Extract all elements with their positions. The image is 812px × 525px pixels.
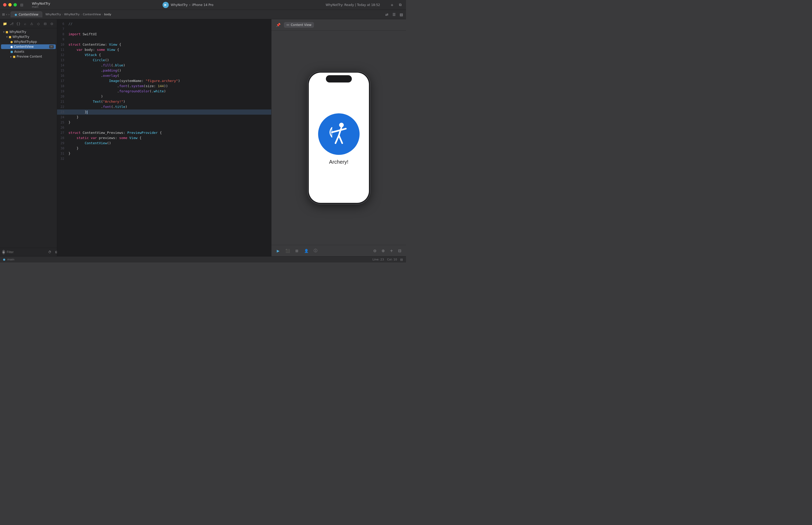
line-num-30: 30	[57, 146, 68, 151]
code-line-31: 31 }	[57, 151, 271, 156]
git-icon[interactable]: ⎇	[9, 21, 15, 27]
status-bar: main Line: 23 Col: 10 ▤	[0, 256, 406, 262]
code-line-22: 22 .font(.title)	[57, 104, 271, 109]
issues-icon[interactable]: ⚠	[29, 21, 35, 27]
svg-line-1	[339, 127, 341, 135]
line-code-10: struct ContentView: View {	[68, 42, 271, 47]
split-icon[interactable]: ⇄	[384, 12, 389, 17]
line-code-22: .font(.title)	[68, 104, 271, 109]
minimize-button[interactable]	[8, 3, 12, 6]
breakpoint-icon[interactable]: ⊙	[49, 21, 55, 27]
line-num-22: 22	[57, 104, 68, 109]
maximize-button[interactable]	[14, 3, 17, 6]
preview-panel: 📌 ▭ Content View	[271, 19, 406, 256]
line-code-8: import SwiftUI	[68, 32, 271, 37]
breadcrumb-1[interactable]: WhyNotTry	[45, 13, 61, 16]
line-num-24: 24	[57, 115, 68, 120]
tree-item-group[interactable]: ▾ ■ WhyNotTry	[1, 34, 56, 39]
tree-item-root[interactable]: ▾ ■ WhyNotTry	[1, 30, 56, 34]
symbol-icon[interactable]: {}	[16, 21, 21, 27]
search-icon[interactable]: ⌕	[22, 21, 28, 27]
preview-folder-icon: ■	[13, 55, 16, 58]
expand-icon-group: ▾	[6, 35, 8, 39]
line-code-21: Text("Archery!")	[68, 99, 271, 104]
tab-label: ContentView	[19, 13, 39, 16]
run-button[interactable]: ▶	[163, 2, 169, 8]
close-button[interactable]	[3, 3, 6, 6]
line-code-27: struct ContentView_Previews: PreviewProv…	[68, 130, 271, 135]
sidebar-bottom: + ⏱ ⊟	[0, 248, 57, 256]
line-code-17: Image(systemName: "figure.archery")	[68, 78, 271, 84]
line-code-29: ContentView()	[68, 140, 271, 146]
tree-label: WhyNotTry	[9, 30, 26, 34]
zoom-in-button[interactable]: +	[388, 248, 395, 254]
clock-icon[interactable]: ⏱	[47, 250, 52, 255]
contentview-tab[interactable]: ● ContentView	[11, 11, 42, 17]
toolbar: ⊞ ‹ › ● ContentView WhyNotTry › WhyNotTr…	[0, 10, 406, 19]
line-code-13: Circle()	[68, 58, 271, 63]
plus-icon[interactable]: +	[389, 2, 395, 7]
line-num-8: 8	[57, 32, 68, 37]
status-text: main	[7, 258, 14, 261]
line-code-19: .foregroundColor(.white)	[68, 89, 271, 94]
code-line-14: 14 .fill(.blue)	[57, 63, 271, 68]
code-line-24: 24 }	[57, 115, 271, 120]
code-line-26: 26	[57, 125, 271, 130]
line-num-16: 16	[57, 73, 68, 78]
zoom-out-button[interactable]: ⊖	[372, 248, 378, 254]
line-status: Line: 23	[372, 258, 384, 261]
back-icon[interactable]: ‹	[6, 13, 7, 16]
add-file-button[interactable]: +	[2, 250, 5, 254]
tree-item-contentview[interactable]: ● ContentView M	[1, 44, 56, 49]
expand-icon-preview: ▸	[10, 55, 12, 58]
code-line-11: 11 var body: some View {	[57, 47, 271, 52]
debug-icon[interactable]: ⊟	[42, 21, 48, 27]
pin-button[interactable]: 📌	[275, 21, 282, 29]
breadcrumb: WhyNotTry › WhyNotTry › ContentView › bo…	[43, 13, 383, 16]
code-content[interactable]: 6 // 7 8 import SwiftUI 9 10 struct Cont…	[57, 19, 271, 256]
archery-figure-svg	[325, 120, 353, 148]
layout-status-icon[interactable]: ▤	[400, 258, 403, 261]
code-editor[interactable]: 6 // 7 8 import SwiftUI 9 10 struct Cont…	[57, 19, 271, 256]
content-view-button[interactable]: ▭ Content View	[284, 22, 314, 28]
scheme-selector[interactable]: WhyNotTry › iPhone 14 Pro	[171, 3, 213, 7]
list-icon[interactable]: ☰	[392, 12, 397, 17]
breadcrumb-2[interactable]: WhyNotTry	[64, 13, 80, 16]
line-num-15: 15	[57, 68, 68, 73]
breadcrumb-4[interactable]: body	[104, 13, 111, 16]
forward-icon[interactable]: ›	[8, 13, 10, 16]
folder-icon[interactable]: 📁	[2, 21, 8, 27]
filter-input[interactable]	[7, 250, 46, 254]
layout-icon[interactable]: ⧉	[398, 2, 403, 7]
grid-icon[interactable]: ⊞	[2, 13, 5, 16]
inspector-icon[interactable]: ▤	[399, 12, 404, 17]
tree-label-group: WhyNotTry	[13, 35, 29, 39]
breadcrumb-3[interactable]: ContentView	[83, 13, 101, 16]
info-preview-button[interactable]: ⓘ	[312, 247, 319, 254]
zoom-reset-button[interactable]: ⊟	[397, 248, 403, 254]
line-code-16: .overlay(	[68, 73, 271, 78]
zoom-fit-button[interactable]: ⊕	[380, 248, 386, 254]
code-line-32: 32	[57, 156, 271, 161]
main-area: 📁 ⎇ {} ⌕ ⚠ ◇ ⊟ ⊙ ▾ ■ WhyNotTry ▾ ■ WhyNo…	[0, 19, 406, 256]
line-code-11: var body: some View {	[68, 47, 271, 52]
preview-view-icon: ▭	[287, 23, 289, 27]
user-preview-button[interactable]: 👤	[303, 247, 310, 254]
tree-item-assets[interactable]: ■ Assets	[1, 49, 56, 54]
svg-line-4	[336, 135, 339, 143]
sidebar-toggle-icon[interactable]: ▤	[19, 2, 25, 8]
code-line-13: 13 Circle()	[57, 58, 271, 63]
code-line-9: 9	[57, 37, 271, 42]
line-code-31: }	[68, 151, 271, 156]
tree-label-assets: Assets	[14, 50, 24, 54]
toolbar-right-icons: ⇄ ☰ ▤	[384, 12, 404, 17]
line-num-12: 12	[57, 52, 68, 58]
test-icon[interactable]: ◇	[35, 21, 41, 27]
play-preview-button[interactable]: ▶	[275, 247, 282, 254]
tree-item-app[interactable]: ● WhyNotTryApp	[1, 40, 56, 44]
grid-preview-button[interactable]: ⊞	[293, 247, 301, 254]
folder-yellow-icon: ■	[9, 35, 11, 39]
device-preview-button[interactable]: ⬛	[284, 247, 291, 254]
code-line-15: 15 .padding()	[57, 68, 271, 73]
tree-item-preview[interactable]: ▸ ■ Preview Content	[1, 54, 56, 59]
